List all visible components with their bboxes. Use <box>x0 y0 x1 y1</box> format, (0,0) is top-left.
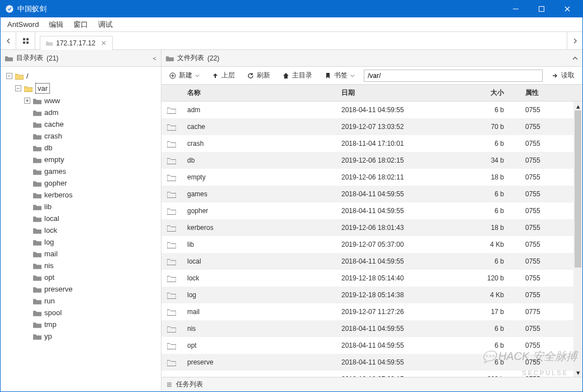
tree-item-run[interactable]: run <box>22 296 161 306</box>
tree-item-db[interactable]: db <box>22 142 161 153</box>
col-name[interactable]: 名称 <box>182 88 336 98</box>
arrow-right-icon <box>552 72 558 79</box>
table-row[interactable]: lib2019-12-07 05:37:004 Kb0755 <box>161 236 582 253</box>
refresh-button[interactable]: 刷新 <box>244 69 274 82</box>
home-button[interactable]: 主目录 <box>279 69 316 82</box>
tab-prev-button[interactable] <box>1 32 16 49</box>
task-bar: 任务列表 <box>161 377 582 391</box>
menu-bar: AntSword 编辑 窗口 调试 <box>1 17 582 32</box>
tree-item-adm[interactable]: adm <box>22 107 161 118</box>
tree-item-www[interactable]: +www <box>22 95 161 106</box>
up-button[interactable]: 上层 <box>209 69 238 82</box>
table-row[interactable]: preserve2018-04-11 04:59:556 b0755 <box>161 354 582 371</box>
col-date[interactable]: 日期 <box>336 88 442 98</box>
svg-rect-7 <box>23 41 25 44</box>
file-toolbar: 新建 上层 刷新 主目录 书签 <box>161 67 582 85</box>
svg-rect-2 <box>539 7 544 12</box>
directory-panel-header: 目录列表 (21) < <box>1 50 161 67</box>
close-button[interactable] <box>554 1 580 17</box>
vertical-scrollbar[interactable]: ▴ ▾ <box>573 102 582 377</box>
folder-icon <box>5 55 13 62</box>
table-row[interactable]: cache2019-12-07 13:03:5270 b0755 <box>161 118 582 135</box>
tree-item-lock[interactable]: lock <box>22 225 161 236</box>
directory-panel-title: 目录列表 <box>16 53 43 63</box>
tree-item-mail[interactable]: mail <box>22 248 161 259</box>
panel-collapse-icon[interactable]: < <box>153 55 156 62</box>
arrow-up-icon <box>212 72 219 79</box>
menu-edit[interactable]: 编辑 <box>44 18 68 31</box>
file-panel: 文件列表 (22) 新建 上层 刷新 <box>161 50 582 391</box>
table-row[interactable]: empty2019-12-06 18:02:1118 b0755 <box>161 169 582 186</box>
scroll-thumb[interactable] <box>575 110 581 268</box>
tree-item-gopher[interactable]: gopher <box>22 178 161 188</box>
bookmark-button[interactable]: 书签 <box>321 69 358 82</box>
tree-item-local[interactable]: local <box>22 213 161 224</box>
tab-grid-button[interactable] <box>16 32 35 49</box>
table-row[interactable]: gopher2018-04-11 04:59:556 b0755 <box>161 202 582 219</box>
minimize-button[interactable] <box>503 1 529 17</box>
directory-tree[interactable]: −/−var+wwwadmcachecrashdbemptygamesgophe… <box>1 67 161 391</box>
tree-item-var[interactable]: −var <box>13 82 161 95</box>
tree-item-spool[interactable]: spool <box>22 307 161 318</box>
col-attr[interactable]: 属性 <box>510 88 571 98</box>
path-input[interactable] <box>364 70 543 82</box>
scroll-down-icon[interactable]: ▾ <box>573 368 582 377</box>
chevron-down-icon <box>195 72 200 79</box>
read-button[interactable]: 读取 <box>548 69 578 82</box>
table-row[interactable]: adm2018-04-11 04:59:556 b0755 <box>161 102 582 118</box>
file-panel-title: 文件列表 <box>177 53 204 63</box>
table-row[interactable]: run2019-12-18 07:23:15680 b0755 <box>161 371 582 377</box>
titlebar: 中国蚁剑 <box>1 1 582 17</box>
file-panel-header: 文件列表 (22) <box>161 50 582 67</box>
table-row[interactable]: local2018-04-11 04:59:556 b0755 <box>161 253 582 270</box>
maximize-button[interactable] <box>529 1 554 17</box>
tree-item-cache[interactable]: cache <box>22 119 161 130</box>
menu-antsword[interactable]: AntSword <box>3 19 43 30</box>
table-header: 名称 日期 大小 属性 <box>161 85 582 102</box>
tree-item-empty[interactable]: empty <box>22 154 161 165</box>
table-row[interactable]: kerberos2019-12-06 18:01:4318 b0755 <box>161 219 582 236</box>
directory-panel: 目录列表 (21) < −/−var+wwwadmcachecrashdbemp… <box>1 50 161 391</box>
tree-item-tmp[interactable]: tmp <box>22 319 161 330</box>
tab-label: 172.17.17.12 <box>56 39 95 47</box>
panel-collapse-icon[interactable] <box>572 56 578 61</box>
table-body: adm2018-04-11 04:59:556 b0755cache2019-1… <box>161 102 582 377</box>
table-row[interactable]: opt2018-04-11 04:59:556 b0755 <box>161 337 582 354</box>
table-row[interactable]: log2019-12-18 05:14:384 Kb0755 <box>161 287 582 303</box>
svg-rect-6 <box>26 38 29 40</box>
tab-next-button[interactable] <box>567 32 582 49</box>
home-icon <box>283 72 289 79</box>
tree-item-kerberos[interactable]: kerberos <box>22 190 161 200</box>
tree-item-games[interactable]: games <box>22 166 161 177</box>
col-size[interactable]: 大小 <box>442 88 510 98</box>
table-row[interactable]: mail2019-12-07 11:27:2617 b0775 <box>161 303 582 320</box>
app-logo-icon <box>5 4 14 13</box>
tree-item-crash[interactable]: crash <box>22 131 161 141</box>
window-title: 中国蚁剑 <box>17 4 503 14</box>
scroll-up-icon[interactable]: ▴ <box>573 102 582 110</box>
table-row[interactable]: games2018-04-11 04:59:556 b0755 <box>161 186 582 202</box>
svg-rect-8 <box>26 41 29 44</box>
tab-bar: 172.17.17.12 ✕ <box>1 32 582 50</box>
plus-circle-icon <box>169 72 176 79</box>
table-row[interactable]: lock2019-12-18 05:14:40120 b0755 <box>161 270 582 287</box>
file-table: 名称 日期 大小 属性 adm2018-04-11 04:59:556 b075… <box>161 85 582 377</box>
folder-icon <box>166 55 174 62</box>
bookmark-icon <box>325 72 331 79</box>
tree-item-yp[interactable]: yp <box>22 331 161 342</box>
menu-window[interactable]: 窗口 <box>69 18 92 31</box>
tab-close-icon[interactable]: ✕ <box>101 39 107 47</box>
taskbar-label: 任务列表 <box>176 380 203 389</box>
table-row[interactable]: crash2018-11-04 17:10:016 b0755 <box>161 135 582 152</box>
tree-item-log[interactable]: log <box>22 237 161 247</box>
table-row[interactable]: nis2018-04-11 04:59:556 b0755 <box>161 320 582 337</box>
tree-item-opt[interactable]: opt <box>22 272 161 283</box>
tree-item-nis[interactable]: nis <box>22 260 161 271</box>
new-button[interactable]: 新建 <box>166 69 203 82</box>
table-row[interactable]: db2019-12-06 18:02:1534 b0755 <box>161 152 582 169</box>
menu-debug[interactable]: 调试 <box>94 18 117 31</box>
tree-item-preserve[interactable]: preserve <box>22 284 161 294</box>
tree-item-lib[interactable]: lib <box>22 201 161 212</box>
tab-host[interactable]: 172.17.17.12 ✕ <box>40 36 113 50</box>
tree-root[interactable]: −/ <box>4 71 161 81</box>
